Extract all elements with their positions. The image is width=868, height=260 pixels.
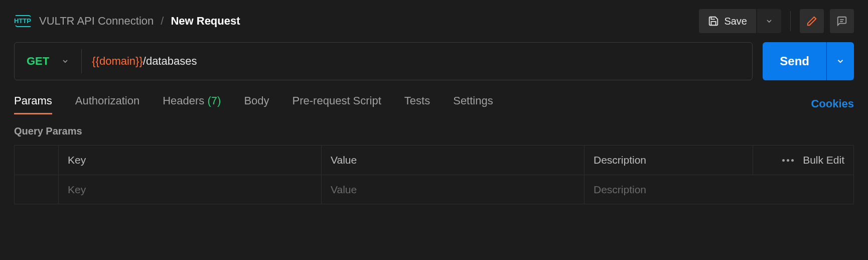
table-header-row: Key Value Description Bulk Edit <box>15 146 853 175</box>
col-header-description: Description <box>585 146 753 175</box>
save-button[interactable]: Save <box>699 9 756 33</box>
query-params-title: Query Params <box>0 113 868 142</box>
tab-params[interactable]: Params <box>14 94 52 113</box>
breadcrumb-separator: / <box>161 15 164 28</box>
edit-button[interactable] <box>800 9 824 33</box>
tab-tests[interactable]: Tests <box>404 94 430 113</box>
tab-body[interactable]: Body <box>244 94 269 113</box>
svg-text:HTTP: HTTP <box>14 17 31 25</box>
http-icon: HTTP <box>14 15 32 28</box>
url-input[interactable]: {{domain}}/databases <box>82 55 752 68</box>
tab-prerequest[interactable]: Pre-request Script <box>293 94 381 113</box>
breadcrumb: VULTR API Connection / New Request <box>39 15 692 28</box>
request-url-bar: GET {{domain}}/databases <box>14 42 753 80</box>
col-header-key: Key <box>59 146 322 175</box>
param-key-input[interactable] <box>68 184 312 196</box>
breadcrumb-current: New Request <box>171 15 240 28</box>
url-variable: {{domain}} <box>92 55 143 68</box>
chevron-down-icon <box>61 57 69 65</box>
tab-authorization[interactable]: Authorization <box>75 94 139 113</box>
method-label: GET <box>27 55 49 68</box>
comment-button[interactable] <box>830 9 854 33</box>
save-options-button[interactable] <box>757 9 781 33</box>
send-button[interactable]: Send <box>763 42 826 80</box>
query-params-table: Key Value Description Bulk Edit <box>14 145 854 204</box>
breadcrumb-collection[interactable]: VULTR API Connection <box>39 15 154 28</box>
table-row <box>15 175 853 204</box>
param-value-input[interactable] <box>331 184 575 196</box>
method-select[interactable]: GET <box>15 43 81 80</box>
tab-headers[interactable]: Headers (7) <box>163 94 221 113</box>
col-header-value: Value <box>322 146 585 175</box>
column-options-button[interactable] <box>782 159 794 162</box>
bulk-edit-link[interactable]: Bulk Edit <box>803 154 844 166</box>
send-options-button[interactable] <box>827 42 854 80</box>
row-handle[interactable] <box>15 175 59 204</box>
tab-settings[interactable]: Settings <box>453 94 493 113</box>
url-path: /databases <box>143 55 197 68</box>
cookies-link[interactable]: Cookies <box>811 97 854 110</box>
param-desc-input[interactable] <box>594 184 844 196</box>
tab-headers-label: Headers <box>163 94 204 107</box>
row-handle-header <box>15 146 59 175</box>
tab-headers-count: (7) <box>208 94 221 107</box>
save-button-label: Save <box>724 16 747 27</box>
toolbar-divider <box>790 11 791 31</box>
